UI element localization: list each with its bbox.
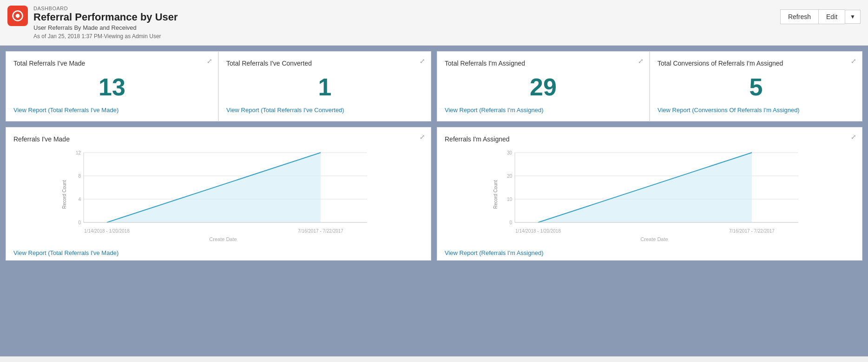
- svg-text:0: 0: [78, 220, 81, 225]
- header-text: DASHBOARD Referral Performance by User U…: [33, 6, 178, 40]
- expand-icon-chart-made[interactable]: ⤢: [420, 133, 425, 141]
- card-link-converted[interactable]: View Report (Total Referrals I've Conver…: [226, 107, 423, 114]
- svg-text:7/16/2017 - 7/22/2017: 7/16/2017 - 7/22/2017: [729, 228, 775, 234]
- chart-link-made[interactable]: View Report (Total Referrals I've Made): [13, 249, 423, 256]
- card-total-referrals-converted: Total Referrals I've Converted ⤢ 1 View …: [218, 51, 431, 121]
- chart-svg-assigned: Record Count 30 20 10 0 1/14/: [445, 143, 855, 246]
- page-title: Referral Performance by User: [33, 11, 178, 23]
- dropdown-button[interactable]: ▼: [845, 10, 861, 24]
- expand-icon-converted[interactable]: ⤢: [420, 57, 425, 65]
- edit-button[interactable]: Edit: [818, 9, 845, 24]
- card-link-made[interactable]: View Report (Total Referrals I've Made): [13, 107, 210, 114]
- card-title-made: Total Referrals I've Made: [13, 60, 85, 67]
- card-total-assigned: Total Referrals I'm Assigned ⤢ 29 View R…: [437, 51, 650, 121]
- top-cards-row: Total Referrals I've Made ⤢ 13 View Repo…: [6, 51, 862, 121]
- chart-card-assigned: Referrals I'm Assigned ⤢ Record Count 30…: [437, 127, 862, 261]
- card-title-conversions-assigned: Total Conversions of Referrals I'm Assig…: [658, 60, 783, 67]
- svg-text:8: 8: [78, 174, 81, 179]
- svg-text:Create Date: Create Date: [209, 236, 237, 242]
- refresh-button[interactable]: Refresh: [780, 9, 818, 24]
- expand-icon-assigned[interactable]: ⤢: [638, 57, 644, 65]
- charts-row: Referrals I've Made ⤢ Record Count 12 8 …: [6, 127, 862, 261]
- card-value-assigned: 29: [445, 75, 642, 99]
- svg-text:1/14/2018 - 1/20/2018: 1/14/2018 - 1/20/2018: [84, 228, 130, 234]
- svg-text:1/14/2018 - 1/20/2018: 1/14/2018 - 1/20/2018: [515, 228, 561, 234]
- chart-made: Record Count 12 8 4 0 1/14/20: [13, 143, 423, 246]
- header-left: DASHBOARD Referral Performance by User U…: [7, 6, 178, 40]
- chart-link-assigned[interactable]: View Report (Referrals I'm Assigned): [445, 249, 855, 256]
- card-total-conversions-assigned: Total Conversions of Referrals I'm Assig…: [650, 51, 862, 121]
- svg-text:20: 20: [507, 174, 513, 179]
- svg-text:10: 10: [507, 197, 513, 202]
- expand-icon-chart-assigned[interactable]: ⤢: [851, 133, 856, 141]
- top-cards-right: Total Referrals I'm Assigned ⤢ 29 View R…: [437, 51, 862, 121]
- svg-text:4: 4: [78, 197, 81, 202]
- chart-assigned: Record Count 30 20 10 0 1/14/: [445, 143, 855, 246]
- card-title-assigned: Total Referrals I'm Assigned: [445, 60, 525, 67]
- expand-icon-conversions[interactable]: ⤢: [851, 57, 856, 65]
- svg-text:30: 30: [507, 150, 513, 155]
- svg-text:Record Count: Record Count: [62, 180, 67, 209]
- card-value-conversions-assigned: 5: [658, 75, 855, 99]
- main-content: Total Referrals I've Made ⤢ 13 View Repo…: [0, 46, 868, 356]
- page-meta: As of Jan 25, 2018 1:37 PM·Viewing as Ad…: [33, 33, 178, 40]
- svg-text:12: 12: [76, 150, 81, 155]
- dashboard-label: DASHBOARD: [33, 6, 178, 11]
- svg-point-1: [16, 14, 20, 18]
- chart-svg-made: Record Count 12 8 4 0 1/14/20: [13, 143, 423, 246]
- top-cards-left: Total Referrals I've Made ⤢ 13 View Repo…: [6, 51, 431, 121]
- card-value-converted: 1: [226, 75, 423, 99]
- page-subtitle: User Referrals By Made and Received: [33, 24, 178, 31]
- card-link-conversions-assigned[interactable]: View Report (Conversions Of Referrals I'…: [658, 107, 855, 114]
- chart-card-made: Referrals I've Made ⤢ Record Count 12 8 …: [6, 127, 431, 261]
- card-value-made: 13: [13, 75, 210, 99]
- chart-title-assigned: Referrals I'm Assigned: [445, 135, 510, 143]
- svg-text:Create Date: Create Date: [640, 236, 668, 242]
- chart-title-made: Referrals I've Made: [13, 135, 70, 143]
- svg-text:7/16/2017 - 7/22/2017: 7/16/2017 - 7/22/2017: [298, 228, 343, 234]
- app-logo: [7, 6, 28, 26]
- page-header: DASHBOARD Referral Performance by User U…: [0, 0, 868, 46]
- svg-text:Record Count: Record Count: [493, 180, 498, 209]
- card-title-converted: Total Referrals I've Converted: [226, 60, 312, 67]
- header-actions: Refresh Edit ▼: [780, 9, 861, 24]
- expand-icon-made[interactable]: ⤢: [207, 57, 212, 65]
- card-total-referrals-made: Total Referrals I've Made ⤢ 13 View Repo…: [6, 51, 218, 121]
- card-link-assigned[interactable]: View Report (Referrals I'm Assigned): [445, 107, 642, 114]
- svg-text:0: 0: [509, 220, 512, 225]
